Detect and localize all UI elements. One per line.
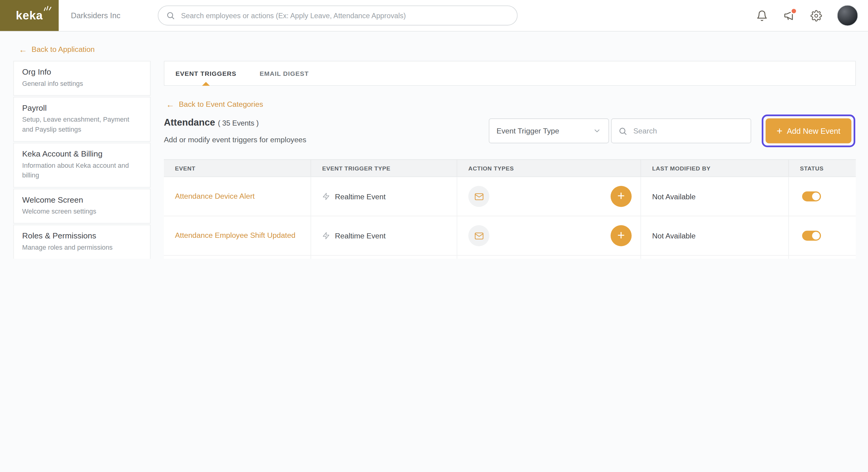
dropdown-value: Event Trigger Type: [497, 127, 559, 135]
events-count: ( 35 Events ): [218, 119, 258, 127]
user-avatar[interactable]: [837, 5, 858, 26]
column-header-status: STATUS: [788, 160, 856, 177]
sidebar-item-subtitle: Welcome screen settings: [22, 207, 142, 217]
back-to-application-link[interactable]: Back to Application: [19, 45, 95, 54]
sidebar-item-title: Welcome Screen: [22, 195, 142, 204]
sidebar-item-title: Org Info: [22, 68, 142, 76]
tab-strip: EVENT TRIGGERS EMAIL DIGEST: [164, 61, 856, 86]
chevron-down-icon: [593, 127, 601, 135]
table-body: Attendance Device Alert Realtime Event N…: [164, 177, 856, 259]
settings-sidebar: Org Info General info settings Payroll S…: [13, 61, 151, 259]
event-link[interactable]: Attendance Employee Shift Updated: [175, 230, 295, 242]
add-action-button[interactable]: [611, 225, 631, 246]
table-row: Attendance Device Alert Realtime Event N…: [164, 177, 856, 217]
notification-bell-icon[interactable]: [756, 9, 768, 22]
sidebar-item[interactable]: Org Info General info settings: [13, 61, 151, 96]
realtime-bolt-icon: [322, 193, 330, 200]
realtime-bolt-icon: [322, 232, 330, 240]
table-header-row: EVENT EVENT TRIGGER TYPE ACTION TYPES LA…: [164, 159, 856, 177]
announcements-megaphone-icon[interactable]: [783, 9, 795, 22]
settings-gear-icon[interactable]: [810, 9, 822, 22]
email-action-icon[interactable]: [468, 225, 489, 246]
search-icon: [166, 11, 175, 20]
plus-icon: [777, 126, 782, 136]
event-trigger-type-dropdown[interactable]: Event Trigger Type: [489, 118, 609, 143]
sidebar-item-title: Roles & Permissions: [22, 231, 142, 240]
back-to-event-categories-link[interactable]: Back to Event Categories: [166, 99, 263, 109]
page-title: Attendance( 35 Events ): [164, 117, 258, 128]
sidebar-item-title: Keka Account & Billing: [22, 150, 142, 158]
topbar: keka Darksiders Inc: [0, 0, 868, 32]
global-search[interactable]: [158, 5, 518, 26]
sidebar-item-title: Payroll: [22, 104, 142, 113]
sidebar-item[interactable]: Roles & Permissions Manage roles and per…: [13, 225, 151, 259]
communications-panel: EVENT TRIGGERS EMAIL DIGEST Back to Even…: [164, 61, 856, 259]
events-search[interactable]: [611, 118, 751, 143]
sidebar-item-subtitle: Setup, Leave encashment, Payment and Pay…: [22, 115, 142, 134]
keka-logo-text: keka: [16, 9, 43, 22]
company-name: Darksiders Inc: [71, 0, 120, 31]
add-new-event-highlight: Add New Event: [762, 115, 855, 148]
action-type-icons: [468, 225, 489, 246]
notification-dot: [790, 8, 797, 14]
toggle-knob: [812, 232, 820, 240]
event-link[interactable]: Attendance Device Alert: [175, 190, 255, 202]
page-subtitle: Add or modify event triggers for employe…: [164, 135, 306, 144]
column-header-trigger-type: EVENT TRIGGER TYPE: [310, 160, 457, 177]
events-table: EVENT EVENT TRIGGER TYPE ACTION TYPES LA…: [164, 159, 856, 259]
keka-settings-page: keka Darksiders Inc: [0, 0, 868, 259]
status-toggle[interactable]: [802, 191, 821, 201]
column-header-event: EVENT: [164, 165, 310, 172]
last-modified-text: Not Available: [652, 192, 695, 200]
table-row: Attendance Employee Shift Updated Realti…: [164, 216, 856, 256]
trigger-type-text: Realtime Event: [335, 192, 386, 200]
sidebar-item[interactable]: Payroll Setup, Leave encashment, Payment…: [13, 97, 151, 141]
tab-event-triggers[interactable]: EVENT TRIGGERS: [171, 61, 241, 85]
topbar-actions: [756, 0, 858, 31]
sidebar-item-subtitle: Information about Keka account and billi…: [22, 161, 142, 180]
global-search-input[interactable]: [180, 11, 509, 20]
trigger-type-text: Realtime Event: [335, 231, 386, 240]
sidebar-item[interactable]: Keka Account & Billing Information about…: [13, 143, 151, 187]
keka-logo[interactable]: keka: [0, 0, 59, 31]
search-icon: [618, 126, 627, 135]
add-action-button[interactable]: [611, 186, 631, 207]
sidebar-item-subtitle: General info settings: [22, 79, 142, 89]
email-action-icon[interactable]: [468, 186, 489, 207]
column-header-action-types: ACTION TYPES: [457, 160, 641, 177]
events-search-input[interactable]: [632, 126, 744, 135]
sidebar-item-subtitle: Manage roles and permissions: [22, 243, 142, 253]
last-modified-text: Not Available: [652, 231, 695, 240]
sidebar-item[interactable]: Welcome Screen Welcome screen settings: [13, 189, 151, 224]
add-new-event-button[interactable]: Add New Event: [766, 118, 851, 143]
status-toggle[interactable]: [802, 231, 821, 241]
table-row: Attendance Employee Weekly Off Updated R…: [164, 256, 856, 259]
wave-icon: [43, 5, 52, 15]
action-type-icons: [468, 186, 489, 207]
toggle-knob: [812, 193, 820, 200]
tab-email-digest[interactable]: EMAIL DIGEST: [255, 61, 313, 85]
column-header-last-modified: LAST MODIFIED BY: [640, 160, 788, 177]
